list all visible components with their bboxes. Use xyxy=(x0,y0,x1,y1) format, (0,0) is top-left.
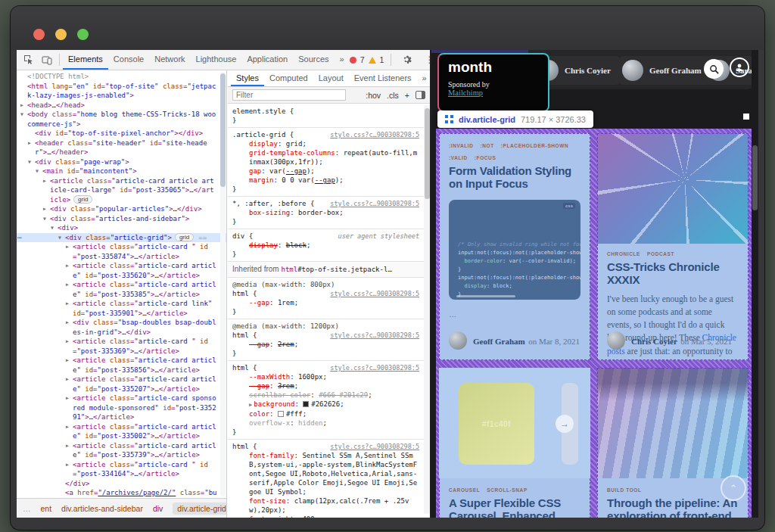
article-card[interactable]: :INVALID:NOT:PLACEHOLDER-SHOWN:VALID:FOC… xyxy=(439,133,590,360)
devtools-tab-lighthouse[interactable]: Lighthouse xyxy=(191,50,242,70)
styles-tab--[interactable]: » xyxy=(417,70,430,86)
expand-closed-icon[interactable]: ▶ xyxy=(66,375,73,384)
expand-closed-icon[interactable]: ▶ xyxy=(66,460,73,470)
tree-node[interactable]: ▼<div class="page-wrap"> xyxy=(17,157,226,167)
node-menu-dots[interactable]: ⋯ xyxy=(17,233,22,243)
color-swatch[interactable] xyxy=(278,411,284,417)
css-property[interactable]: color: #fff; xyxy=(232,409,419,418)
devtools-tab-console[interactable]: Console xyxy=(108,50,149,70)
page-scrollbar-thumb[interactable] xyxy=(752,145,758,210)
css-property[interactable]: gap: var(--gap); xyxy=(232,166,419,176)
expand-closed-icon[interactable]: ▶ xyxy=(66,261,73,271)
tree-node[interactable]: ▶<article class="article-card article ar… xyxy=(17,176,226,205)
code-horizontal-scrollbar[interactable] xyxy=(456,295,515,297)
stylesheet-link[interactable]: style.css?c…900308298:5 xyxy=(330,363,419,372)
devtools-tab-application[interactable]: Application xyxy=(241,50,293,70)
article-tag[interactable]: CAROUSEL xyxy=(449,487,480,493)
css-property[interactable]: --gap: 3rem; xyxy=(232,381,419,390)
article-image-pipeline[interactable] xyxy=(597,368,749,478)
breadcrumb-item[interactable]: div.article-grid xyxy=(173,502,226,515)
css-property[interactable]: --gap: 1rem; xyxy=(232,298,419,307)
warning-count[interactable]: 1 xyxy=(380,55,384,64)
tree-node[interactable]: <!DOCTYPE html> xyxy=(17,72,226,82)
expand-closed-icon[interactable]: ▶ xyxy=(66,422,73,432)
css-rule[interactable]: style.css?c…900308298:5html {font-family… xyxy=(228,440,424,518)
tree-node[interactable]: <html lang="en" id="top-of-site" class="… xyxy=(17,82,226,101)
breadcrumb-item[interactable]: div.articles-and-sidebar xyxy=(61,504,143,513)
article-tag[interactable]: SCROLL-SNAP xyxy=(487,487,528,493)
expand-closed-icon[interactable]: ▶ xyxy=(66,441,73,451)
article-title[interactable]: A Super Flexible CSS Carousel, Enhanced … xyxy=(449,497,580,518)
css-rule[interactable]: style.css?c…900308298:5.article-grid {di… xyxy=(228,128,424,197)
arrow-right-icon[interactable]: → xyxy=(556,415,574,433)
article-author-row[interactable]: Chris Coyier on Mar 5, 2021 xyxy=(607,331,732,350)
css-property[interactable]: font-size: clamp(12px,calc(.7rem + .25vw… xyxy=(232,496,419,515)
expand-closed-icon[interactable]: ▶ xyxy=(43,176,50,186)
tree-node[interactable]: ▶<article class="article-card " id="post… xyxy=(17,337,226,356)
tree-node[interactable]: ▶<article class="article-card " id="post… xyxy=(17,242,226,261)
css-property[interactable]: font-weight: 400; xyxy=(232,515,419,518)
css-rule[interactable]: @media (max-width: 1200px)style.css?c…90… xyxy=(228,319,424,361)
tree-node[interactable]: ▶<article class="article-card link" id="… xyxy=(17,299,226,318)
stylesheet-link[interactable]: style.css?c…900308298:5 xyxy=(330,199,419,208)
sponsor-card[interactable]: month Sponsored by Mailchimp xyxy=(437,53,549,112)
grid-badge[interactable]: grid xyxy=(175,233,194,241)
css-property[interactable]: scrollbar-color: #666 #201c29; xyxy=(232,390,419,400)
inspect-element-icon[interactable] xyxy=(22,53,36,67)
css-property[interactable]: --maxWidth: 1600px; xyxy=(232,372,419,381)
account-icon[interactable] xyxy=(730,58,749,77)
stylesheet-link[interactable]: style.css?c…900308298:5 xyxy=(330,442,419,451)
tree-node[interactable]: <div id="top-of-site-pixel-anchor"></div… xyxy=(17,129,226,138)
scroll-to-top-button[interactable]: ⌃ xyxy=(721,475,746,501)
tree-node[interactable]: ▶<div class="popular-articles">…</div> xyxy=(17,204,226,214)
css-property[interactable]: margin: 0 0 var(--gap); xyxy=(232,176,419,185)
tree-node[interactable]: ▶<article class="article-card article" i… xyxy=(17,356,226,375)
devtools-tab-sources[interactable]: Sources xyxy=(293,50,334,70)
error-badge-icon[interactable] xyxy=(350,57,356,64)
tree-node[interactable]: ▶<article class="article-card article" i… xyxy=(17,441,226,460)
css-property[interactable]: ▶background: #262626; xyxy=(232,400,419,409)
tree-node[interactable]: ▼<main id="maincontent"> xyxy=(17,166,226,176)
article-author-row[interactable]: Geoff Graham on Mar 8, 2021 xyxy=(449,331,580,350)
tree-node[interactable]: ▶<article class="article-card article" i… xyxy=(17,422,226,441)
close-window-button[interactable] xyxy=(33,29,45,40)
article-title[interactable]: Through the pipeline: An exploration of … xyxy=(607,497,739,518)
expand-closed-icon[interactable]: ▶ xyxy=(66,356,73,366)
zoom-window-button[interactable] xyxy=(77,29,89,40)
tree-node[interactable]: ▶<article class="article-card article" i… xyxy=(17,280,226,299)
settings-gear-icon[interactable] xyxy=(400,53,414,67)
sponsor-link[interactable]: Mailchimp xyxy=(448,89,539,97)
styles-tab-layout[interactable]: Layout xyxy=(313,70,349,86)
expand-open-icon[interactable]: ▼ xyxy=(51,223,58,233)
css-property[interactable]: box-sizing: border-box; xyxy=(232,208,419,217)
css-rule[interactable]: style.css?c…900308298:5*, :after, :befor… xyxy=(228,197,424,229)
tree-node[interactable]: ▶<article class="article-card sponsored … xyxy=(17,394,226,422)
css-property[interactable]: --gap: 2rem; xyxy=(232,340,419,349)
stylesheet-link[interactable]: style.css?c…900308298:5 xyxy=(330,130,419,139)
expand-open-icon[interactable]: ▼ xyxy=(20,110,27,120)
new-style-rule-button[interactable]: + xyxy=(405,91,409,100)
toggle-classes[interactable]: .cls xyxy=(387,91,399,100)
css-property[interactable]: overflow-x: hidden; xyxy=(232,418,419,428)
article-tag[interactable]: :INVALID xyxy=(449,143,473,148)
tree-node[interactable]: ⋯▼<div class="article-grid">grid== xyxy=(17,233,226,243)
elements-scrollbar-thumb[interactable] xyxy=(220,73,226,187)
tree-node[interactable]: ▶<article class="article-card article" i… xyxy=(17,261,226,280)
article-image-starburst[interactable] xyxy=(597,133,749,244)
grid-badge[interactable]: grid xyxy=(73,195,92,204)
sidebar-panel-icon[interactable] xyxy=(416,91,425,99)
warning-badge-icon[interactable] xyxy=(369,57,376,64)
expand-closed-icon[interactable]: ▶ xyxy=(43,204,50,214)
device-toolbar-icon[interactable] xyxy=(40,53,54,67)
breadcrumb-item[interactable]: div xyxy=(153,504,163,513)
expand-open-icon[interactable]: ▼ xyxy=(43,214,50,224)
expand-open-icon[interactable]: ▼ xyxy=(28,157,35,167)
stylesheet-link[interactable]: style.css?c…900308298:5 xyxy=(330,331,419,340)
author-name[interactable]: Geoff Graham xyxy=(473,337,525,346)
tree-node[interactable]: ▶<div class="bsap-doubles bsap-doubles-i… xyxy=(17,318,226,337)
article-tag[interactable]: BUILD TOOL xyxy=(607,487,642,493)
expand-closed-icon[interactable]: ▶ xyxy=(20,101,27,110)
tree-node[interactable]: ▼<div> xyxy=(17,223,226,233)
article-tag[interactable]: :NOT xyxy=(480,143,493,148)
styles-tab-computed[interactable]: Computed xyxy=(264,70,313,86)
